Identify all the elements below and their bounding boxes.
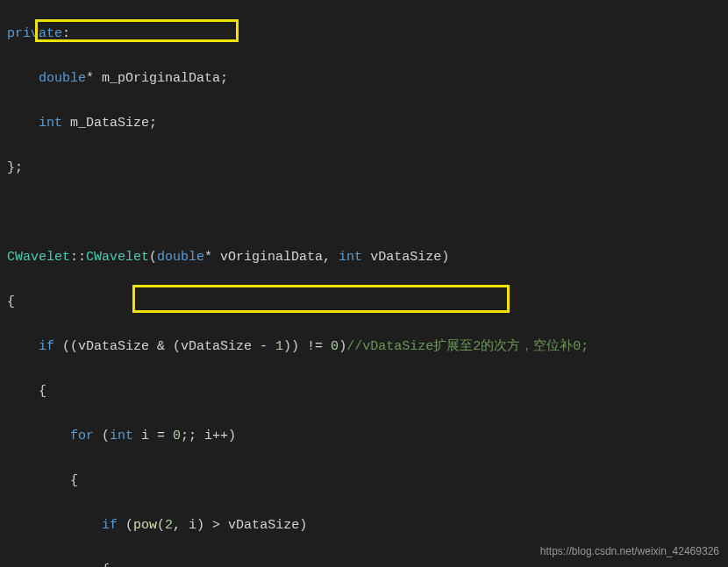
watermark-text: https://blog.csdn.net/weixin_42469326 bbox=[540, 542, 719, 560]
code-line: private: bbox=[0, 23, 728, 46]
code-line: int m_DataSize; bbox=[0, 112, 728, 135]
code-line: { bbox=[0, 470, 728, 493]
code-line: CWavelet::CWavelet(double* vOriginalData… bbox=[0, 246, 728, 269]
code-line: if (pow(2, i) > vDataSize) bbox=[0, 514, 728, 537]
code-line: { bbox=[0, 291, 728, 314]
code-line: for (int i = 0;; i++) bbox=[0, 425, 728, 448]
code-line: double* m_pOriginalData; bbox=[0, 67, 728, 90]
code-line bbox=[0, 202, 728, 224]
code-line: if ((vDataSize & (vDataSize - 1)) != 0)/… bbox=[0, 336, 728, 358]
code-line: { bbox=[0, 380, 728, 403]
code-line: }; bbox=[0, 157, 728, 180]
code-editor[interactable]: private: double* m_pOriginalData; int m_… bbox=[0, 0, 728, 567]
